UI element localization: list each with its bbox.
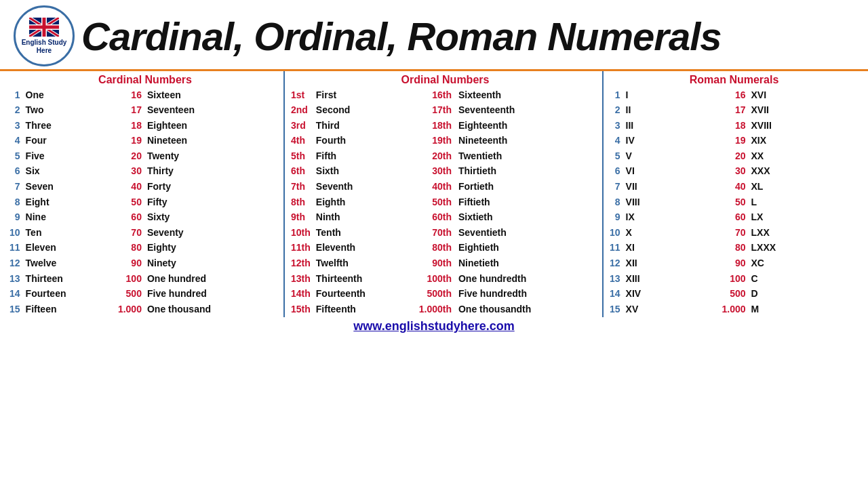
ordinal-num1: 5th xyxy=(288,148,313,164)
roman-num1: 15 xyxy=(607,302,623,317)
roman-val2: XXX xyxy=(749,164,861,180)
roman-num1: 11 xyxy=(607,241,623,256)
table-row: 11 Eleven 80 Eighty xyxy=(7,241,283,256)
roman-num1: 10 xyxy=(607,225,623,241)
cardinal-word2: Sixteen xyxy=(144,87,283,103)
cardinal-word2: Five hundred xyxy=(144,287,283,302)
cardinal-word2: Forty xyxy=(144,180,283,195)
cardinal-num1: 15 xyxy=(7,302,23,317)
ordinal-word2: Thirtieth xyxy=(456,164,602,180)
cardinal-num1: 14 xyxy=(7,287,23,302)
table-row: 13 Thirteen 100 One hundred xyxy=(7,271,283,287)
table-row: 1st First 16th Sixteenth xyxy=(288,87,602,103)
roman-num1: 3 xyxy=(607,118,623,134)
cardinal-num1: 7 xyxy=(7,180,23,195)
roman-val1: II xyxy=(623,103,719,119)
roman-val1: VI xyxy=(623,164,719,180)
table-row: 12 XII 90 XC xyxy=(607,256,861,272)
ordinal-num2: 50th xyxy=(416,195,456,210)
ordinal-word1: Fourth xyxy=(313,134,416,149)
roman-num1: 6 xyxy=(607,164,623,180)
roman-num2: 500 xyxy=(719,287,748,302)
logo-text: English StudyHere xyxy=(22,39,67,55)
cardinal-word1: Ten xyxy=(23,225,115,241)
ordinal-num2: 16th xyxy=(416,87,456,103)
cardinal-num2: 30 xyxy=(115,164,144,180)
flag-icon xyxy=(29,18,59,37)
table-row: 13 XIII 100 C xyxy=(607,271,861,287)
cardinal-num2: 1.000 xyxy=(115,302,144,317)
table-row: 1 I 16 XVI xyxy=(607,87,861,103)
table-row: 4 IV 19 XIX xyxy=(607,134,861,149)
ordinal-word1: Tenth xyxy=(313,225,416,241)
roman-val1: III xyxy=(623,118,719,134)
ordinal-num2: 18th xyxy=(416,118,456,134)
ordinal-num2: 1.000th xyxy=(416,302,456,317)
ordinal-heading: Ordinal Numbers xyxy=(288,71,602,87)
cardinal-num1: 4 xyxy=(7,134,23,149)
roman-num2: 20 xyxy=(719,148,748,164)
cardinal-num2: 90 xyxy=(115,256,144,272)
cardinal-word2: Seventy xyxy=(144,225,283,241)
cardinal-num2: 19 xyxy=(115,134,144,149)
table-row: 8 Eight 50 Fifty xyxy=(7,195,283,210)
table-row: 8 VIII 50 L xyxy=(607,195,861,210)
ordinal-word2: Ninetieth xyxy=(456,256,602,272)
roman-val1: X xyxy=(623,225,719,241)
table-row: 15 Fifteen 1.000 One thousand xyxy=(7,302,283,317)
table-row: 7 Seven 40 Forty xyxy=(7,180,283,195)
ordinal-word2: Eightieth xyxy=(456,241,602,256)
page-title: Cardinal, Ordinal, Roman Numerals xyxy=(81,14,722,59)
cardinal-num2: 18 xyxy=(115,118,144,134)
ordinal-num1: 6th xyxy=(288,164,313,180)
roman-val2: C xyxy=(749,271,861,287)
table-row: 14 Fourteen 500 Five hundred xyxy=(7,287,283,302)
roman-val1: XIV xyxy=(623,287,719,302)
ordinal-num1: 12th xyxy=(288,256,313,272)
ordinal-word1: Thirteenth xyxy=(313,271,416,287)
ordinal-num1: 4th xyxy=(288,134,313,149)
roman-val1: V xyxy=(623,148,719,164)
roman-val2: XC xyxy=(749,256,861,272)
cardinal-section: Cardinal Numbers 1 One 16 Sixteen 2 Two … xyxy=(7,71,285,317)
roman-num2: 30 xyxy=(719,164,748,180)
cardinal-num1: 13 xyxy=(7,271,23,287)
roman-num1: 1 xyxy=(607,87,623,103)
table-row: 15th Fifteenth 1.000th One thousandth xyxy=(288,302,602,317)
roman-val1: IX xyxy=(623,210,719,226)
table-row: 2nd Second 17th Seventeenth xyxy=(288,103,602,119)
table-row: 12 Twelve 90 Ninety xyxy=(7,256,283,272)
roman-num1: 14 xyxy=(607,287,623,302)
roman-num2: 70 xyxy=(719,225,748,241)
table-row: 11th Eleventh 80th Eightieth xyxy=(288,241,602,256)
roman-val2: XL xyxy=(749,180,861,195)
table-row: 9 IX 60 LX xyxy=(607,210,861,226)
table-row: 1 One 16 Sixteen xyxy=(7,87,283,103)
cardinal-word1: Seven xyxy=(23,180,115,195)
ordinal-num1: 1st xyxy=(288,87,313,103)
roman-val2: M xyxy=(749,302,861,317)
ordinal-word1: Eleventh xyxy=(313,241,416,256)
table-row: 5th Fifth 20th Twentieth xyxy=(288,148,602,164)
roman-num2: 16 xyxy=(719,87,748,103)
roman-val1: VII xyxy=(623,180,719,195)
ordinal-num2: 70th xyxy=(416,225,456,241)
ordinal-num1: 11th xyxy=(288,241,313,256)
cardinal-word1: Two xyxy=(23,103,115,119)
cardinal-word1: Three xyxy=(23,118,115,134)
ordinal-word2: One hundredth xyxy=(456,271,602,287)
cardinal-word1: Fifteen xyxy=(23,302,115,317)
cardinal-num2: 80 xyxy=(115,241,144,256)
ordinal-num2: 20th xyxy=(416,148,456,164)
table-row: 14 XIV 500 D xyxy=(607,287,861,302)
table-row: 7th Seventh 40th Fortieth xyxy=(288,180,602,195)
website-link[interactable]: www.englishstudyhere.com xyxy=(353,319,514,333)
roman-val1: XII xyxy=(623,256,719,272)
table-row: 2 II 17 XVII xyxy=(607,103,861,119)
ordinal-word1: Seventh xyxy=(313,180,416,195)
ordinal-word1: Second xyxy=(313,103,416,119)
table-row: 5 V 20 XX xyxy=(607,148,861,164)
roman-num2: 80 xyxy=(719,241,748,256)
cardinal-word1: Fourteen xyxy=(23,287,115,302)
table-row: 4th Fourth 19th Nineteenth xyxy=(288,134,602,149)
